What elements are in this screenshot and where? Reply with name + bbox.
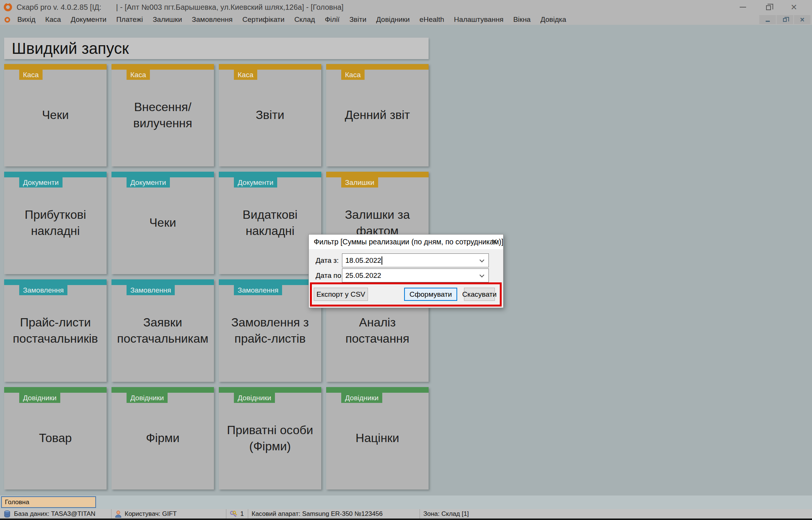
tile-label: Товар <box>6 430 104 446</box>
tile-category-tag: Замовлення <box>19 285 67 295</box>
status-user: Користувач: GIFT <box>111 509 226 518</box>
tile-label: Прибуткові накладні <box>6 207 104 239</box>
tile-category-tag: Залишки <box>341 177 378 188</box>
database-icon <box>3 510 11 518</box>
tile-category-bar <box>219 387 321 393</box>
tab-holovna[interactable]: Головна <box>1 496 96 508</box>
menu-item[interactable]: Залишки <box>148 15 187 24</box>
tile-category-tag: Замовлення <box>127 285 175 295</box>
chevron-down-icon[interactable] <box>479 258 484 262</box>
tile-label: Аналіз постачання <box>328 314 426 347</box>
chevron-down-icon[interactable] <box>479 273 484 278</box>
tile-category-bar <box>219 172 321 177</box>
window-titlebar: Скарб pro v. 4.0.2.85 [ІД: | - [Апт №003… <box>0 0 812 14</box>
generate-button[interactable]: Сформувати <box>404 288 457 301</box>
text-caret <box>382 256 382 265</box>
quick-launch-tile[interactable]: ДокументиВидаткові накладні <box>219 172 321 274</box>
quick-launch-tile[interactable]: КасаЗвіти <box>219 64 321 166</box>
filter-dialog: Фильтр [Суммы реализации (по дням, по со… <box>308 234 504 308</box>
tile-category-bar <box>4 279 107 285</box>
tile-label: Націнки <box>328 430 426 446</box>
tile-category-bar <box>326 64 429 70</box>
restore-icon[interactable] <box>756 0 781 14</box>
quick-launch-tile[interactable]: ДокументиЧеки <box>111 172 214 274</box>
menu-item[interactable]: Документи <box>66 15 111 24</box>
window-title: Скарб pro v. 4.0.2.85 [ІД: | - [Апт №003… <box>17 3 343 12</box>
tile-category-bar <box>326 172 429 177</box>
tile-label: Прайс-листи постачальників <box>6 314 104 347</box>
close-icon[interactable]: × <box>781 0 807 14</box>
menu-logo-icon <box>5 17 10 23</box>
menu-item[interactable]: Сертифікати <box>238 15 290 24</box>
quick-launch-tile[interactable]: ДовідникиНацінки <box>326 387 429 490</box>
tile-label: Внесення/вилучення <box>114 99 212 131</box>
tile-category-tag: Каса <box>234 70 257 80</box>
tile-category-bar <box>219 64 321 70</box>
date-to-label: Дата по: <box>316 268 343 282</box>
tile-category-tag: Документи <box>19 177 63 188</box>
tile-category-bar <box>219 279 321 285</box>
menu-item[interactable]: Вікна <box>508 15 536 24</box>
tile-category-bar <box>111 387 214 393</box>
tile-label: Заявки постачальникам <box>114 314 212 347</box>
tab-strip <box>0 496 812 509</box>
tile-category-tag: Довідники <box>19 393 60 403</box>
menu-item[interactable]: Склад <box>289 15 320 24</box>
tile-category-tag: Замовлення <box>234 285 282 295</box>
quick-launch-tile[interactable]: ЗамовленняЗаявки постачальникам <box>111 279 214 382</box>
date-from-combobox[interactable]: 18.05.2022 <box>342 253 489 267</box>
tile-category-tag: Документи <box>127 177 170 188</box>
dialog-close-icon[interactable]: × <box>486 235 503 249</box>
tile-category-tag: Каса <box>341 70 365 80</box>
export-csv-button[interactable]: Експорт у CSV <box>314 288 368 301</box>
dialog-titlebar[interactable]: Фильтр [Суммы реализации (по дням, по со… <box>309 235 503 249</box>
quick-launch-tile[interactable]: ЗамовленняПрайс-листи постачальників <box>4 279 107 382</box>
menu-item[interactable]: Довідники <box>371 15 415 24</box>
menu-item[interactable]: Платежі <box>111 15 148 24</box>
tile-category-bar <box>111 279 214 285</box>
menu-item[interactable]: eHealth <box>415 15 449 24</box>
quick-launch-tile[interactable]: ДовідникиФірми <box>111 387 214 490</box>
mdi-minimize-icon[interactable] <box>759 15 776 24</box>
tile-category-tag: Каса <box>19 70 43 80</box>
quick-launch-tile[interactable]: ДовідникиТовар <box>4 387 107 490</box>
tile-category-bar <box>4 172 107 177</box>
status-database: База даних: TASA3@TITAN <box>0 509 111 518</box>
quick-launch-header: Швидкий запуск <box>4 38 429 59</box>
dialog-title: Фильтр [Суммы реализации (по дням, по со… <box>314 238 503 246</box>
menu-item[interactable]: Налаштування <box>449 15 508 24</box>
quick-launch-tile[interactable]: КасаДенний звіт <box>326 64 429 166</box>
date-to-combobox[interactable]: 25.05.2022 <box>342 268 489 282</box>
bottom-edge <box>0 518 812 520</box>
quick-launch-tile[interactable]: ДовідникиПриватні особи (Фірми) <box>219 387 321 490</box>
mdi-restore-icon[interactable] <box>777 15 793 24</box>
app-logo-icon <box>4 3 12 11</box>
minimize-icon[interactable] <box>730 0 756 14</box>
tile-label: Звіти <box>221 107 319 123</box>
menu-item[interactable]: Каса <box>40 15 66 24</box>
tile-category-bar <box>111 172 214 177</box>
tile-label: Денний звіт <box>328 107 426 123</box>
tile-label: Чеки <box>6 107 104 123</box>
mdi-close-icon[interactable]: × <box>794 15 810 24</box>
status-bar: База даних: TASA3@TITAN Користувач: GIFT… <box>0 509 812 518</box>
tile-label: Фірми <box>114 430 212 446</box>
quick-launch-tile[interactable]: КасаЧеки <box>4 64 107 166</box>
menu-item[interactable]: Замовлення <box>187 15 237 24</box>
tile-category-tag: Документи <box>234 177 277 188</box>
quick-launch-tile[interactable]: ЗамовленняЗамовлення з прайс-листів <box>219 279 321 382</box>
tile-category-tag: Довідники <box>341 393 382 403</box>
tile-category-bar <box>111 64 214 70</box>
menu-item[interactable]: Довідка <box>536 15 571 24</box>
keys-icon <box>230 511 237 517</box>
cancel-button[interactable]: Скасувати <box>464 288 495 301</box>
tile-label: Приватні особи (Фірми) <box>221 422 319 454</box>
menu-item[interactable]: Філії <box>320 15 344 24</box>
tile-category-bar <box>4 64 107 70</box>
menu-item[interactable]: Вихід <box>12 15 40 24</box>
menu-item[interactable]: Звіти <box>345 15 371 24</box>
quick-launch-tile[interactable]: ДокументиПрибуткові накладні <box>4 172 107 274</box>
tile-category-bar <box>326 387 429 393</box>
quick-launch-tile[interactable]: КасаВнесення/вилучення <box>111 64 214 166</box>
tile-category-tag: Довідники <box>234 393 275 403</box>
